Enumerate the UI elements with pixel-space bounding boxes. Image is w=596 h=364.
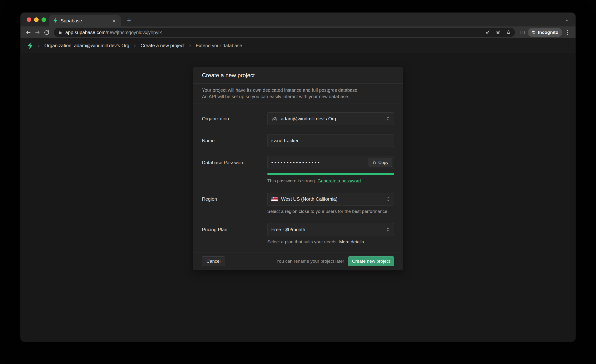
browser-tab-supabase[interactable]: Supabase × xyxy=(49,15,121,26)
incognito-badge[interactable]: Incognito xyxy=(528,28,562,37)
region-label: Region xyxy=(202,193,267,214)
breadcrumb-item-extend-database[interactable]: Extend your database xyxy=(196,43,242,48)
forward-button[interactable] xyxy=(33,28,42,37)
supabase-logo-icon[interactable] xyxy=(27,42,33,49)
page-title: Create a new project xyxy=(202,72,394,79)
us-flag-icon xyxy=(271,197,278,201)
breadcrumb: Organization: adam@windmill.dev's Org Cr… xyxy=(21,38,575,53)
select-chevrons-icon xyxy=(386,196,390,202)
breadcrumb-item-create-project[interactable]: Create a new project xyxy=(141,43,185,48)
close-tab-icon[interactable]: × xyxy=(111,17,117,24)
region-helper-text: Select a region close to your users for … xyxy=(267,209,394,214)
page-body: Create a new project Your project will h… xyxy=(21,53,575,342)
card-description: Your project will have its own dedicated… xyxy=(193,84,403,104)
name-row: Name xyxy=(202,134,394,147)
region-row: Region xyxy=(202,193,394,214)
copy-icon xyxy=(372,161,376,165)
cancel-button[interactable]: Cancel xyxy=(202,256,225,266)
minimize-window-button[interactable] xyxy=(34,17,39,22)
zoom-window-button[interactable] xyxy=(41,17,46,22)
new-tab-button[interactable]: + xyxy=(125,16,133,24)
window-controls xyxy=(27,13,46,26)
description-line-1: Your project will have its own dedicated… xyxy=(202,87,394,93)
breadcrumb-chevron-icon xyxy=(133,44,137,47)
region-select[interactable]: West US (North California) xyxy=(267,193,394,206)
pricing-helper-message: Select a plan that suits your needs. xyxy=(267,239,338,244)
lock-icon[interactable] xyxy=(58,30,62,35)
pricing-helper-text: Select a plan that suits your needs.More… xyxy=(267,239,394,245)
rename-note: You can rename your project later xyxy=(276,259,344,264)
card-header: Create a new project xyxy=(193,67,403,84)
organization-select[interactable]: adam@windmill.dev's Org xyxy=(267,112,394,125)
omnibox[interactable]: app.supabase.com/new/jfnsmqoynldvxjyhpyl… xyxy=(54,28,515,37)
close-window-button[interactable] xyxy=(27,17,31,22)
generate-password-link[interactable]: Generate a password xyxy=(318,178,361,183)
tab-search-chevron-icon[interactable] xyxy=(565,18,569,23)
tab-title: Supabase xyxy=(60,18,108,24)
omnibox-actions xyxy=(483,28,513,37)
back-button[interactable] xyxy=(24,28,33,37)
bookmark-star-icon[interactable] xyxy=(504,28,513,37)
password-strength-text: This password is strong.Generate a passw… xyxy=(267,178,394,184)
supabase-favicon-icon xyxy=(52,18,58,23)
password-row: Database Password xyxy=(202,156,394,184)
select-chevrons-icon xyxy=(386,227,390,232)
pricing-label: Pricing Plan xyxy=(202,223,267,245)
organization-row: Organization adam@windmill.dev's Org xyxy=(202,112,394,125)
more-details-link[interactable]: More details xyxy=(339,239,364,244)
password-key-icon[interactable] xyxy=(483,28,492,37)
description-line-2: An API will be set up so you can easily … xyxy=(202,93,394,100)
create-project-card: Create a new project Your project will h… xyxy=(193,67,403,270)
url-host: app.supabase.com xyxy=(65,30,106,35)
password-label: Database Password xyxy=(202,156,267,184)
reload-button[interactable] xyxy=(42,28,51,37)
project-name-input[interactable] xyxy=(267,134,394,147)
create-new-project-button[interactable]: Create new project xyxy=(348,256,394,266)
copy-password-button[interactable]: Copy xyxy=(369,158,392,167)
card-footer: Cancel You can rename your project later… xyxy=(193,252,403,270)
strength-message: This password is strong. xyxy=(267,178,316,183)
project-form: Organization adam@windmill.dev's Org xyxy=(193,104,403,245)
browser-toolbar: app.supabase.com/new/jfnsmqoynldvxjyhpyl… xyxy=(21,26,575,38)
pricing-row: Pricing Plan Free - $0/month Select a pl… xyxy=(202,223,394,245)
name-label: Name xyxy=(202,134,267,147)
breadcrumb-item-organization[interactable]: Organization: adam@windmill.dev's Org xyxy=(44,43,129,48)
side-panel-button[interactable] xyxy=(518,28,527,37)
breadcrumb-chevron-icon xyxy=(188,44,192,47)
pricing-select[interactable]: Free - $0/month xyxy=(267,223,394,236)
breadcrumb-chevron-icon xyxy=(37,44,41,47)
url-path: /new/jfnsmqoynldvxjyhpylk xyxy=(106,30,162,35)
region-value: West US (North California) xyxy=(281,196,384,202)
organization-value: adam@windmill.dev's Org xyxy=(281,116,384,122)
organization-label: Organization xyxy=(202,112,267,125)
url-text: app.supabase.com/new/jfnsmqoynldvxjyhpyl… xyxy=(65,30,483,35)
password-strength-bar xyxy=(267,173,394,175)
organization-people-icon xyxy=(271,116,277,122)
eye-off-icon[interactable] xyxy=(493,28,503,37)
pricing-value: Free - $0/month xyxy=(271,227,384,232)
tab-strip: Supabase × + xyxy=(21,13,575,26)
incognito-label: Incognito xyxy=(538,30,558,35)
incognito-icon xyxy=(531,30,536,35)
select-chevrons-icon xyxy=(386,116,390,122)
copy-button-label: Copy xyxy=(378,160,388,165)
browser-menu-button[interactable]: ⋮ xyxy=(563,28,572,37)
browser-window: Supabase × + xyxy=(21,13,575,342)
